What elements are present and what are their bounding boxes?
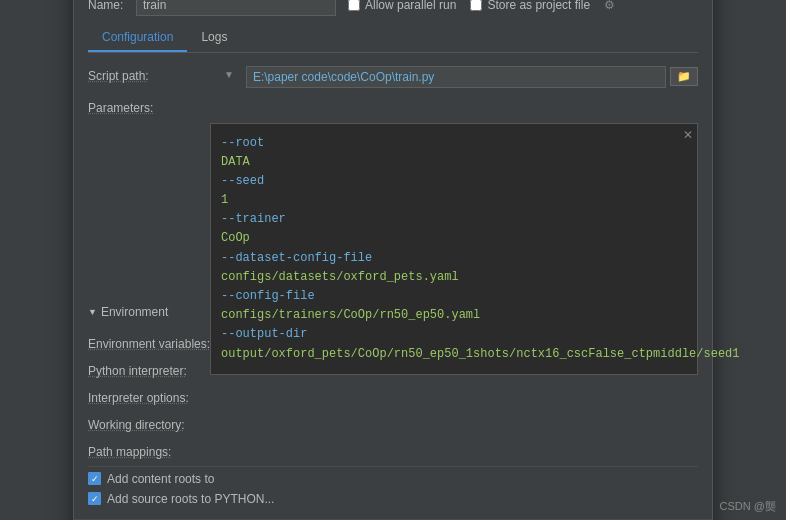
watermark: CSDN @龑 — [720, 499, 776, 514]
folder-browse-button[interactable]: 📁 — [670, 67, 698, 86]
env-arrow-icon: ▼ — [88, 307, 97, 317]
dialog: PC Edit Configuration Settings ✕ Name: A… — [73, 0, 713, 520]
add-content-roots-checkbox[interactable]: ✓ — [88, 472, 101, 485]
environment-section[interactable]: ▼ Environment — [88, 300, 168, 324]
param-line-4: --trainer — [221, 210, 687, 229]
form-area: Script path: ▼ 📁 Parameters: ✕ --root DA… — [88, 61, 698, 509]
param-line-8: --config-file — [221, 287, 687, 306]
parameters-row: Parameters: ✕ --root DATA --seed 1 --tra… — [88, 93, 698, 120]
add-content-roots-row: ✓ Add content roots to — [88, 469, 698, 489]
param-line-9: configs/trainers/CoOp/rn50_ep50.yaml — [221, 306, 687, 325]
store-as-project-file-input[interactable] — [470, 0, 482, 11]
store-as-project-file-checkbox[interactable]: Store as project file — [470, 0, 590, 12]
dialog-content: Name: Allow parallel run Store as projec… — [74, 0, 712, 519]
tabs: Configuration Logs — [88, 24, 698, 53]
script-path-label: Script path: — [88, 66, 218, 83]
param-line-5: CoOp — [221, 229, 687, 248]
name-label: Name: — [88, 0, 128, 12]
working-directory-row: Working directory: — [88, 410, 698, 437]
path-mappings-row: Path mappings: — [88, 437, 698, 464]
script-path-field: 📁 — [246, 66, 698, 88]
name-input[interactable] — [136, 0, 336, 16]
allow-parallel-run-checkbox[interactable]: Allow parallel run — [348, 0, 456, 12]
name-row: Name: Allow parallel run Store as projec… — [88, 0, 698, 16]
param-line-11: output/oxford_pets/CoOp/rn50_ep50_1shots… — [221, 345, 687, 364]
params-popup-close[interactable]: ✕ — [683, 128, 693, 142]
parameters-label: Parameters: — [88, 98, 218, 115]
working-directory-label: Working directory: — [88, 415, 218, 432]
script-path-row: Script path: ▼ 📁 — [88, 61, 698, 93]
allow-parallel-run-input[interactable] — [348, 0, 360, 11]
param-line-7: configs/datasets/oxford_pets.yaml — [221, 268, 687, 287]
interpreter-options-row: Interpreter options: — [88, 383, 698, 410]
script-path-dropdown[interactable]: ▼ — [220, 69, 238, 80]
param-line-3: 1 — [221, 191, 687, 210]
param-line-6: --dataset-config-file — [221, 249, 687, 268]
param-line-10: --output-dir — [221, 325, 687, 344]
script-path-input[interactable] — [246, 66, 666, 88]
python-interpreter-label: Python interpreter: — [88, 361, 218, 378]
divider — [88, 466, 698, 467]
tab-logs[interactable]: Logs — [187, 24, 241, 52]
env-vars-label: Environment variables: — [88, 334, 218, 351]
options-row: Allow parallel run Store as project file… — [348, 0, 615, 12]
param-line-0: --root — [221, 134, 687, 153]
tab-configuration[interactable]: Configuration — [88, 24, 187, 52]
gear-icon[interactable]: ⚙ — [604, 0, 615, 12]
parameters-popup: ✕ --root DATA --seed 1 --trainer CoOp --… — [210, 123, 698, 375]
add-source-roots-checkbox[interactable]: ✓ — [88, 492, 101, 505]
path-mappings-label: Path mappings: — [88, 442, 218, 459]
interpreter-options-label: Interpreter options: — [88, 388, 218, 405]
param-line-1: DATA — [221, 153, 687, 172]
add-source-roots-row: ✓ Add source roots to PYTHON... — [88, 489, 698, 509]
param-line-2: --seed — [221, 172, 687, 191]
params-content: --root DATA --seed 1 --trainer CoOp --da… — [217, 130, 691, 368]
